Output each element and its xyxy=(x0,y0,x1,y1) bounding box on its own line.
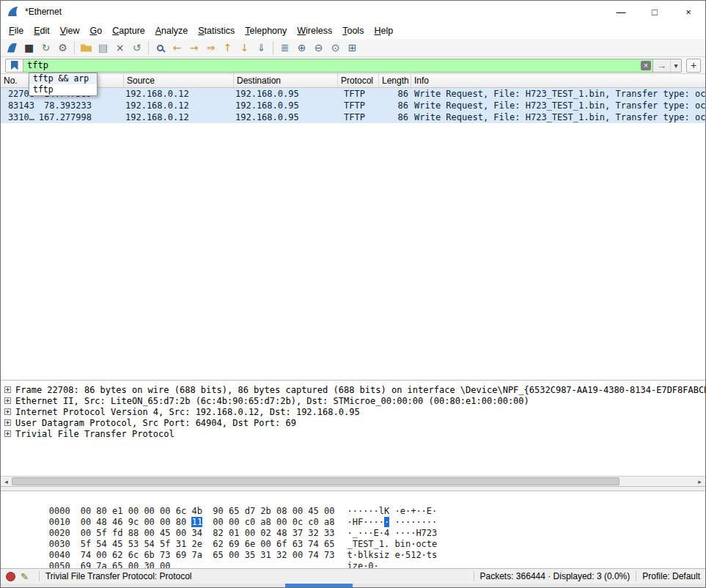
hex-row[interactable]: 000000 80 e1 00 00 00 6c 4b 90 65 d7 2b … xyxy=(7,495,705,506)
clear-filter-button[interactable]: × xyxy=(641,61,651,70)
packet-list-body[interactable]: 22708 14.747389 192.168.0.12 192.168.0.9… xyxy=(1,88,705,380)
go-to-packet-icon[interactable]: ⇒ xyxy=(202,40,219,56)
colorize-icon[interactable]: ≣ xyxy=(276,40,293,56)
last-packet-icon[interactable]: ↓ xyxy=(236,40,253,56)
hex-dump-pane[interactable]: 000000 80 e1 00 00 00 6c 4b 90 65 d7 2b … xyxy=(1,491,705,568)
minimize-button[interactable]: — xyxy=(604,1,638,23)
detail-tree-row[interactable]: Ethernet II, Src: LiteON_65:d7:2b (6c:4b… xyxy=(1,395,705,406)
menu-item-file[interactable]: File xyxy=(4,24,29,37)
hex-bytes: 00 80 e1 00 00 00 6c 4b 90 65 d7 2b 08 0… xyxy=(81,506,335,517)
column-header-length[interactable]: Length xyxy=(379,74,411,87)
menu-item-analyze[interactable]: Analyze xyxy=(150,24,193,37)
expand-plus-icon[interactable] xyxy=(4,397,11,404)
cell-info: Write Request, File: H723_TEST_1.bin, Tr… xyxy=(411,111,705,123)
menu-item-capture[interactable]: Capture xyxy=(107,24,150,37)
hex-bytes: 69 7a 65 00 30 00 xyxy=(81,561,335,568)
start-capture-icon[interactable] xyxy=(4,40,21,56)
cell-protocol: TFTP xyxy=(338,100,379,111)
menu-item-view[interactable]: View xyxy=(55,24,85,37)
filter-suggestion[interactable]: tftp && arp xyxy=(29,73,97,84)
detail-text: Ethernet II, Src: LiteON_65:d7:2b (6c:4b… xyxy=(15,396,529,406)
expand-plus-icon[interactable] xyxy=(4,430,11,437)
toolbar-group-view: ≣ ⊕ ⊖ ⊙ ⊞ xyxy=(276,40,361,56)
expand-plus-icon[interactable] xyxy=(4,419,11,426)
cell-time: 167.277998 xyxy=(36,111,124,123)
close-file-icon[interactable]: × xyxy=(111,40,128,56)
zoom-reset-icon[interactable]: ⊙ xyxy=(327,40,344,56)
column-header-source[interactable]: Source xyxy=(124,74,234,87)
cell-source: 192.168.0.12 xyxy=(124,111,234,123)
status-field-info: Trivial File Transfer Protocol: Protocol xyxy=(45,571,192,581)
toolbar-separator xyxy=(74,41,75,54)
packet-row[interactable]: 83143 78.393233 192.168.0.12 192.168.0.9… xyxy=(1,100,705,111)
add-filter-button[interactable]: + xyxy=(686,59,701,73)
status-profile[interactable]: Profile: Default xyxy=(642,571,700,581)
filter-bookmark-button[interactable] xyxy=(6,59,23,72)
column-header-destination[interactable]: Destination xyxy=(234,74,338,87)
auto-scroll-icon[interactable]: ⇓ xyxy=(253,40,270,56)
packet-list-pane: No. Time Source Destination Protocol Len… xyxy=(1,74,705,380)
zoom-in-icon[interactable]: ⊕ xyxy=(293,40,310,56)
expand-plus-icon[interactable] xyxy=(4,408,11,415)
detail-tree-row[interactable]: Internet Protocol Version 4, Src: 192.16… xyxy=(1,406,705,417)
capture-options-icon[interactable]: ⚙ xyxy=(54,40,71,56)
cell-length: 86 xyxy=(379,88,411,100)
toolbar-group-file: ▤ × ↺ xyxy=(78,40,145,56)
filter-recent-dropdown-button[interactable]: ▾ xyxy=(670,59,681,72)
column-header-info[interactable]: Info xyxy=(411,74,705,87)
cell-protocol: TFTP xyxy=(338,88,379,100)
expand-plus-icon[interactable] xyxy=(4,386,11,393)
toolbar-separator xyxy=(148,41,149,54)
toolbar-group-capture: ■ ↻ ⚙ xyxy=(4,40,71,56)
first-packet-icon[interactable]: ↑ xyxy=(219,40,236,56)
status-separator xyxy=(39,571,40,581)
go-back-icon[interactable]: ← xyxy=(169,40,185,56)
scrollbar-thumb[interactable] xyxy=(12,477,619,485)
scroll-left-button[interactable]: ◂ xyxy=(1,477,12,486)
filter-suggestion[interactable]: tftp xyxy=(29,84,97,95)
save-file-icon[interactable]: ▤ xyxy=(95,40,111,56)
go-forward-icon[interactable]: → xyxy=(185,40,202,56)
menu-item-wireless[interactable]: Wireless xyxy=(292,24,337,37)
column-header-protocol[interactable]: Protocol xyxy=(338,74,379,87)
menu-item-statistics[interactable]: Statistics xyxy=(193,24,240,37)
restart-capture-icon[interactable]: ↻ xyxy=(37,40,54,56)
hex-ascii: ·HF····· ········ xyxy=(347,517,437,528)
resize-columns-icon[interactable]: ⊞ xyxy=(344,40,361,56)
scroll-right-button[interactable]: ▸ xyxy=(694,477,705,486)
detail-tree-row[interactable]: Trivial File Transfer Protocol xyxy=(1,428,705,439)
scrollbar-track[interactable] xyxy=(12,477,694,486)
hex-bytes: 5f 54 45 53 54 5f 31 2e 62 69 6e 00 6f 6… xyxy=(81,539,335,550)
stop-capture-icon[interactable]: ■ xyxy=(21,40,37,56)
capture-comment-icon[interactable]: ✎ xyxy=(21,571,29,582)
expert-info-icon[interactable] xyxy=(6,572,15,581)
reload-file-icon[interactable]: ↺ xyxy=(128,40,145,56)
cell-destination: 192.168.0.95 xyxy=(234,88,338,100)
taskbar-sliver xyxy=(1,584,705,587)
status-separator xyxy=(474,571,474,581)
status-bar: ✎ Trivial File Transfer Protocol: Protoc… xyxy=(1,568,705,584)
find-packet-icon[interactable] xyxy=(152,40,169,56)
pane-splitter[interactable] xyxy=(1,486,705,491)
window-controls: — □ × xyxy=(604,1,705,23)
close-button[interactable]: × xyxy=(672,1,705,23)
menu-item-help[interactable]: Help xyxy=(369,24,398,37)
display-filter-input[interactable] xyxy=(23,59,652,72)
apply-filter-button[interactable]: → xyxy=(652,59,670,72)
zoom-out-icon[interactable]: ⊖ xyxy=(310,40,327,56)
hex-bytes: 00 48 46 9c 00 00 80 11 00 00 c0 a8 00 0… xyxy=(81,517,335,528)
detail-tree-row[interactable]: Frame 22708: 86 bytes on wire (688 bits)… xyxy=(1,384,705,395)
toolbar-group-navigate: ← → ⇒ ↑ ↓ ⇓ xyxy=(152,40,270,56)
maximize-button[interactable]: □ xyxy=(638,1,672,23)
open-file-icon[interactable] xyxy=(78,40,95,56)
packet-row[interactable]: 22708 14.747389 192.168.0.12 192.168.0.9… xyxy=(1,88,705,100)
packet-row[interactable]: 3310… 167.277998 192.168.0.12 192.168.0.… xyxy=(1,111,705,123)
details-horizontal-scrollbar[interactable]: ◂ ▸ xyxy=(1,476,705,486)
menu-item-edit[interactable]: Edit xyxy=(29,24,55,37)
detail-tree-row[interactable]: User Datagram Protocol, Src Port: 64904,… xyxy=(1,417,705,428)
display-filter-box: × → ▾ xyxy=(5,59,682,73)
menu-item-telephony[interactable]: Telephony xyxy=(240,24,292,37)
menu-item-go[interactable]: Go xyxy=(85,24,108,37)
menu-item-tools[interactable]: Tools xyxy=(337,24,369,37)
hex-bytes: 00 5f fd 88 00 45 00 34 82 01 00 02 48 3… xyxy=(81,528,335,539)
